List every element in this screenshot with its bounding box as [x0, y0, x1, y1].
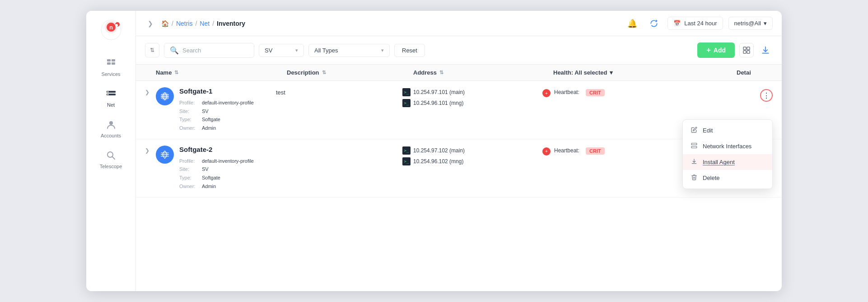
net-icon [105, 88, 117, 100]
services-icon [105, 57, 117, 70]
search-icon: 🔍 [170, 46, 179, 55]
time-range-selector[interactable]: 📅 Last 24 hour [667, 17, 723, 30]
terminal-icon: >_ [402, 88, 411, 96]
accounts-icon [105, 118, 117, 131]
menu-item-edit[interactable]: Edit [683, 123, 772, 138]
sidebar-item-accounts[interactable]: Accounts [91, 114, 131, 143]
column-detail: Detai [737, 69, 773, 76]
more-options-button[interactable]: ⋮ [760, 89, 773, 102]
menu-item-delete[interactable]: Delete [683, 170, 772, 186]
chevron-down-icon: ▾ [610, 69, 613, 76]
column-description[interactable]: Description ⇅ [287, 69, 413, 76]
terminal-icon: >_ [402, 99, 411, 107]
app-logo[interactable]: n [99, 18, 123, 42]
sidebar-item-label-accounts: Accounts [101, 133, 121, 138]
edit-icon [690, 127, 698, 134]
menu-item-label: Network Interfaces [703, 143, 751, 150]
column-name[interactable]: Name ⇅ [156, 69, 287, 76]
svg-point-6 [115, 24, 118, 27]
chevron-down-icon: ▾ [295, 47, 298, 53]
add-label: Add [714, 47, 726, 54]
status-badge: CRIT [586, 89, 605, 96]
breadcrumb-inventory[interactable]: Inventory [217, 20, 245, 27]
svg-rect-24 [691, 146, 697, 148]
sidebar-item-telescope[interactable]: Telescope [91, 145, 131, 174]
row-health: + Heartbeat: CRIT [542, 87, 760, 97]
column-address[interactable]: Address ⇅ [413, 69, 553, 76]
breadcrumb: 🏠 / Netris / Net / Inventory [161, 20, 245, 27]
sort-button[interactable]: ⇅ [145, 43, 159, 57]
context-menu: Edit Network Interfaces Install Agent [682, 119, 773, 189]
row-addresses: >_ 10.254.97.101 (main) >_ 10.254.96.101… [402, 87, 542, 110]
svg-rect-19 [747, 47, 750, 50]
menu-item-label: Delete [703, 175, 720, 181]
user-label: netris@All [734, 20, 761, 27]
sidebar-item-services[interactable]: Services [91, 52, 131, 81]
terminal-icon: >_ [402, 146, 411, 155]
type-filter-value: All Types [314, 47, 338, 54]
sidebar-item-net[interactable]: Net [91, 83, 131, 112]
svg-rect-23 [691, 143, 697, 145]
sort-icon: ⇅ [174, 70, 178, 76]
heartbeat-icon: + [542, 89, 551, 97]
toolbar: ⇅ 🔍 SV ▾ All Types ▾ Reset + Add [136, 36, 782, 65]
sidebar-item-label-telescope: Telescope [100, 164, 122, 169]
time-range-label: Last 24 hour [684, 20, 717, 27]
home-icon: 🏠 [161, 20, 169, 27]
row-addresses: >_ 10.254.97.102 (main) >_ 10.254.96.102… [402, 146, 542, 168]
delete-icon [690, 174, 698, 182]
svg-rect-20 [743, 51, 746, 53]
install-agent-icon [690, 158, 698, 166]
sort-icon: ⇅ [439, 70, 443, 76]
svg-point-14 [107, 94, 108, 95]
column-health[interactable]: Health: All selected ▾ [553, 69, 737, 76]
chevron-down-icon: ▾ [764, 20, 767, 27]
menu-item-install-agent[interactable]: Install Agent [683, 154, 772, 170]
sidebar-item-label-services: Services [101, 71, 120, 77]
svg-rect-10 [112, 62, 115, 65]
sidebar-toggle[interactable]: ❯ [145, 18, 156, 29]
table-header: Name ⇅ Description ⇅ Address ⇅ Health: A… [136, 65, 782, 81]
site-filter-value: SV [265, 47, 272, 54]
svg-rect-18 [743, 47, 746, 50]
network-interfaces-icon [690, 142, 698, 150]
svg-rect-8 [112, 59, 115, 61]
row-expand-button[interactable]: ❯ [145, 146, 156, 154]
notifications-button[interactable]: 🔔 [624, 15, 640, 32]
search-input[interactable] [182, 47, 248, 54]
svg-rect-7 [107, 59, 111, 61]
add-button[interactable]: + Add [697, 42, 735, 58]
breadcrumb-netris[interactable]: Netris [176, 20, 193, 27]
calendar-icon: 📅 [673, 20, 681, 27]
refresh-button[interactable] [646, 15, 662, 32]
menu-item-label: Edit [703, 127, 713, 134]
terminal-icon: >_ [402, 157, 411, 165]
svg-point-15 [109, 121, 113, 125]
download-button[interactable] [758, 43, 773, 57]
row-expand-button[interactable]: ❯ [145, 87, 156, 95]
telescope-icon [105, 149, 117, 162]
sort-icon: ⇅ [322, 70, 326, 76]
heartbeat-icon: + [542, 147, 551, 156]
svg-rect-9 [107, 62, 111, 65]
svg-text:n: n [109, 24, 113, 31]
view-toggle-button[interactable] [739, 43, 754, 57]
chevron-down-icon: ▾ [381, 47, 384, 53]
reset-button[interactable]: Reset [394, 44, 425, 57]
svg-point-13 [107, 91, 108, 93]
menu-item-network-interfaces[interactable]: Network Interfaces [683, 138, 772, 154]
sidebar: n Services [86, 11, 136, 291]
row-icon [156, 87, 174, 105]
row-actions: ⋮ [760, 87, 773, 102]
row-device-name: Softgate-1 [179, 87, 276, 95]
search-box[interactable]: 🔍 [164, 43, 254, 58]
svg-rect-21 [747, 51, 750, 53]
plus-icon: + [706, 46, 710, 54]
user-selector[interactable]: netris@All ▾ [728, 17, 773, 30]
menu-item-label: Install Agent [703, 159, 735, 165]
site-filter-dropdown[interactable]: SV ▾ [259, 44, 304, 57]
type-filter-dropdown[interactable]: All Types ▾ [308, 44, 390, 57]
svg-line-17 [112, 157, 115, 160]
row-icon [156, 146, 174, 164]
breadcrumb-net[interactable]: Net [200, 20, 210, 27]
